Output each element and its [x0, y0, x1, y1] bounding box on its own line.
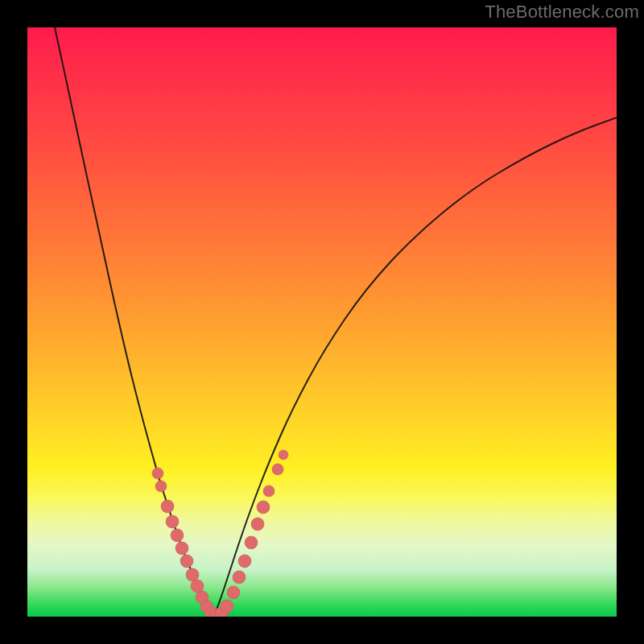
marker-dot — [175, 542, 188, 555]
chart-svg — [27, 27, 617, 617]
marker-dot — [272, 464, 283, 475]
curve-left-branch — [55, 27, 214, 616]
marker-dot — [263, 485, 275, 497]
marker-dot — [233, 571, 246, 584]
marker-dot — [180, 555, 193, 568]
marker-dot — [257, 501, 270, 514]
marker-dot — [166, 515, 179, 528]
marker-dot — [238, 555, 251, 568]
marker-dot — [227, 586, 240, 599]
marker-dot — [152, 468, 163, 479]
marker-dot — [186, 568, 199, 581]
marker-dot — [161, 500, 174, 513]
marker-dot — [279, 450, 288, 460]
marker-dots-group — [152, 450, 288, 617]
chart-frame — [27, 27, 617, 617]
marker-dot — [171, 529, 184, 542]
marker-dot — [155, 481, 167, 492]
marker-dot — [221, 600, 233, 613]
marker-dot — [245, 536, 258, 549]
watermark-text: TheBottleneck.com — [485, 2, 639, 23]
marker-dot — [191, 580, 204, 592]
curve-right-branch — [214, 118, 617, 616]
marker-dot — [251, 518, 264, 530]
